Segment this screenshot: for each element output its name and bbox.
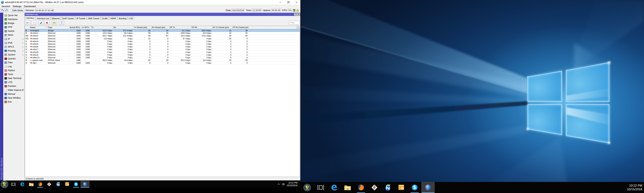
taskbar-skype-icon-right[interactable] bbox=[408, 182, 421, 193]
safe-mode-button[interactable]: Safe Mode bbox=[11, 8, 24, 12]
table-row-ether6[interactable]: Sether6Ethernet150015980 bps0 bps000 bps… bbox=[25, 45, 300, 48]
tab-gre-tunnel[interactable]: GRE Tunnel bbox=[87, 16, 100, 20]
taskbar-start-button-right[interactable] bbox=[300, 182, 314, 193]
table-row-ether3[interactable]: RSether3Ethernet1500159812.9 kbps0 bps20… bbox=[25, 37, 300, 40]
menu-dashboard[interactable]: Dashboard bbox=[23, 5, 37, 8]
taskbar-skype-icon[interactable] bbox=[72, 181, 80, 188]
tray-clock-right[interactable]: 10:22 PM 10/15/2016 bbox=[627, 184, 642, 192]
comment-button[interactable] bbox=[52, 20, 57, 25]
minimize-button[interactable] bbox=[276, 0, 284, 4]
column-header-type[interactable]: Type bbox=[48, 26, 69, 29]
sidebar-item-ip[interactable]: IP▷ bbox=[3, 37, 24, 41]
undo-button[interactable] bbox=[0, 8, 4, 12]
taskbar-edge-icon-right[interactable] bbox=[327, 182, 341, 193]
sidebar-item-ipv6[interactable]: IPv6▷ bbox=[3, 41, 24, 45]
sidebar-item-interfaces[interactable]: Interfaces bbox=[3, 17, 24, 21]
child-restore-button[interactable] bbox=[294, 13, 297, 16]
table-row-ether4[interactable]: Sether4Ethernet150015980 bps0 bps000 bps… bbox=[25, 40, 300, 43]
tab-lte[interactable]: LTE bbox=[128, 16, 134, 20]
sidebar-item-tools[interactable]: Tools▷ bbox=[3, 72, 24, 76]
filter-button[interactable] bbox=[59, 20, 64, 25]
sidebar-item-queues[interactable]: Queues bbox=[3, 57, 24, 61]
column-header-fp_rx_packet[interactable]: FP Rx Packet (p/s) bbox=[232, 26, 248, 29]
tab-vlan[interactable]: VLAN bbox=[101, 16, 109, 20]
interface-list-titlebar[interactable]: Interface List bbox=[25, 13, 300, 16]
sidebar-item-new-winbox[interactable]: New WinBox bbox=[3, 96, 24, 100]
session-value[interactable]: E4:8D:8C:07:E2:A0 bbox=[35, 8, 53, 12]
taskbar-winbox-icon-right[interactable] bbox=[421, 182, 435, 193]
tab-vrrp[interactable]: VRRP bbox=[109, 16, 117, 20]
table-row-ether7[interactable]: Sether7Ethernet150015980 bps0 bps000 bps… bbox=[25, 48, 300, 51]
menu-settings[interactable]: Settings bbox=[12, 5, 23, 8]
tray-expand-icon[interactable] bbox=[277, 183, 280, 186]
taskbar-netscape-icon[interactable] bbox=[54, 181, 62, 188]
sidebar-item-bridge[interactable]: Bridge bbox=[3, 21, 24, 25]
disable-button[interactable] bbox=[44, 20, 49, 25]
sidebar-item-files[interactable]: Files bbox=[3, 61, 24, 64]
table-row-sfp1[interactable]: Ssfp1Ethernet150016000 bps0 bps000 bps0 … bbox=[25, 62, 300, 64]
taskbar-firefox-icon-right[interactable] bbox=[354, 182, 368, 193]
tab-eoip-tunnel[interactable]: EoIP Tunnel bbox=[61, 16, 75, 20]
tab-interface[interactable]: Interface bbox=[25, 16, 36, 20]
sidebar-item-ppp[interactable]: PPP bbox=[3, 25, 24, 29]
taskbar-winamp-icon-right[interactable] bbox=[368, 182, 381, 193]
taskbar-task-view-icon-right[interactable] bbox=[314, 182, 327, 193]
taskbar-file-explorer-icon-right[interactable] bbox=[341, 182, 354, 193]
volume-icon[interactable] bbox=[282, 183, 285, 186]
taskbar-start-button[interactable] bbox=[0, 181, 9, 188]
tray-clock[interactable]: 10:22 PM 10/15/2016 bbox=[287, 182, 298, 187]
sidebar-item-partition[interactable]: Partition bbox=[3, 84, 24, 88]
sidebar-item-switch[interactable]: Switch bbox=[3, 29, 24, 33]
table-row-bridge1[interactable]: Rbridge1Bridge15001598161.5 kbps271.4 kb… bbox=[25, 29, 300, 32]
sidebar-item-system[interactable]: System▷ bbox=[3, 53, 24, 57]
column-menu-button[interactable]: ▼ bbox=[296, 26, 300, 29]
taskbar-outlook-icon[interactable] bbox=[62, 181, 72, 188]
menu-session[interactable]: Session bbox=[0, 5, 12, 8]
column-header-name[interactable]: Name ◢ bbox=[30, 26, 48, 29]
table-row-ether1[interactable]: Rether1Ethernet15001598122.2 kbps59.2 kb… bbox=[25, 32, 300, 34]
column-header-flag[interactable] bbox=[25, 26, 30, 29]
column-header-actual_mtu[interactable]: Actual MTU bbox=[69, 26, 82, 29]
sidebar-item-radius[interactable]: Radius bbox=[3, 68, 24, 72]
sidebar-item-routing[interactable]: Routing▷ bbox=[3, 49, 24, 53]
column-header-tx_packet[interactable]: Tx Packet (p/s) bbox=[134, 26, 151, 29]
add-button[interactable]: +▼ bbox=[25, 20, 30, 25]
column-header-fp_rx[interactable]: FP Rx bbox=[191, 26, 212, 29]
remove-button[interactable]: − bbox=[31, 20, 36, 25]
redo-button[interactable] bbox=[5, 8, 8, 12]
sidebar-item-mpls[interactable]: MPLS▷ bbox=[3, 45, 24, 49]
sidebar-item-quick-set[interactable]: Quick Set bbox=[3, 13, 24, 17]
sidebar-item-mesh[interactable]: Mesh bbox=[3, 33, 24, 37]
column-header-l2_mtu[interactable]: L2 MTU bbox=[82, 26, 91, 29]
column-header-tx[interactable]: Tx bbox=[91, 26, 113, 29]
column-header-fp_tx_packet[interactable]: FP Tx Packet (p/s) bbox=[212, 26, 232, 29]
taskbar-task-view-icon[interactable] bbox=[9, 181, 18, 188]
tab-ethernet[interactable]: Ethernet bbox=[51, 16, 61, 20]
table-row-ether8[interactable]: Sether8Ethernet150015980 bps0 bps000 bps… bbox=[25, 51, 300, 54]
tab-ip-tunnel[interactable]: IP Tunnel bbox=[75, 16, 86, 20]
enable-button[interactable] bbox=[38, 20, 44, 25]
column-header-fp_tx[interactable]: FP Tx bbox=[169, 26, 191, 29]
taskbar-winbox-icon[interactable] bbox=[80, 181, 90, 188]
table-row-ether5[interactable]: Sether5Ethernet150015980 bps0 bps000 bps… bbox=[25, 43, 300, 45]
table-row-ether9[interactable]: Sether9Ethernet150015980 bps0 bps000 bps… bbox=[25, 54, 300, 56]
taskbar-firefox-icon[interactable] bbox=[36, 181, 45, 188]
close-button[interactable] bbox=[292, 0, 300, 4]
taskbar-winamp-icon[interactable] bbox=[45, 181, 54, 188]
table-row-ether2[interactable]: RSether2Ethernet15001598201.7 kbps121.4 … bbox=[25, 34, 300, 37]
tab-bonding[interactable]: Bonding bbox=[118, 16, 128, 20]
child-close-button[interactable] bbox=[297, 13, 300, 16]
sidebar-item-lcd[interactable]: LCD bbox=[3, 80, 24, 84]
tab-interface-list[interactable]: Interface List bbox=[36, 16, 50, 20]
taskbar-outlook-icon-right[interactable] bbox=[394, 182, 408, 193]
sidebar-item-manual[interactable]: Manual bbox=[3, 92, 24, 96]
taskbar-netscape-icon-right[interactable] bbox=[381, 182, 394, 193]
table-row-pppoe-out1[interactable]: Rpppoe-out1PPPoE Client1480262.5 kbps14.… bbox=[25, 59, 300, 62]
table-row-ether10[interactable]: Sether10Ethernet150015980 bps0 bps000 bp… bbox=[25, 56, 300, 59]
sidebar-item-log[interactable]: Log bbox=[3, 64, 24, 68]
column-header-rx[interactable]: Rx bbox=[113, 26, 134, 29]
sidebar-item-make-supout-rif[interactable]: Make Supout.rif bbox=[3, 88, 24, 92]
find-input[interactable]: Find bbox=[289, 21, 300, 24]
column-header-rx_packet[interactable]: Rx Packet (p/s) bbox=[151, 26, 169, 29]
taskbar-edge-icon[interactable] bbox=[18, 181, 27, 188]
